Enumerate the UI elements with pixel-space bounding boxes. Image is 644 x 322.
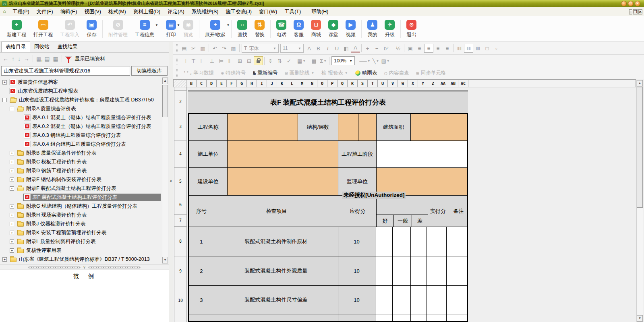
construction-unit-input-cell[interactable]	[227, 141, 338, 167]
重新编号-button[interactable]: №重新编号	[249, 70, 281, 76]
dropdown-arrow-icon[interactable]: ▼	[311, 71, 314, 75]
menu-item-11[interactable]: 工具(T)	[281, 8, 304, 16]
工程导入-button[interactable]: ↶工程导入	[56, 18, 83, 40]
merge-up-icon[interactable]: ⊥	[207, 56, 217, 65]
expander-icon[interactable]: -	[10, 107, 14, 111]
dropdown-arrow-icon[interactable]: ▼	[298, 47, 301, 50]
tree-item[interactable]: +附录H 现场实测评价打分表	[0, 211, 169, 219]
tree-item[interactable]: +附录B 质量保证条件评价打分表	[0, 149, 169, 157]
tab-表格目录[interactable]: 表格目录	[1, 41, 30, 52]
menu-item-3[interactable]: 编辑(E)	[57, 8, 81, 16]
actual-score-cell[interactable]	[427, 256, 447, 285]
building-area-input-cell[interactable]	[410, 114, 467, 140]
diagonal-icon[interactable]: ╲▼	[371, 56, 381, 65]
actual-score-cell[interactable]	[427, 227, 447, 256]
expander-icon[interactable]: +	[10, 248, 14, 253]
column-header-H[interactable]: H	[247, 79, 257, 87]
column-header-AA[interactable]: AA	[438, 79, 448, 87]
menu-item-1[interactable]: 工程(P)	[9, 8, 33, 16]
normal-score-cell[interactable]	[392, 227, 410, 256]
tree-item[interactable]: +附录D 钢筋工程评价打分表	[0, 166, 169, 175]
align-right-icon[interactable]: ≡	[433, 44, 443, 53]
dropdown-arrow-icon[interactable]: ▼	[323, 59, 327, 63]
border-icon[interactable]: ▩	[309, 56, 319, 65]
switch-template-button[interactable]: 切换模板库	[131, 66, 168, 76]
menu-item-4[interactable]: 视图(V)	[81, 8, 105, 16]
child-restore-button[interactable]: ❐	[633, 9, 638, 14]
row-spacing-icon[interactable]: ⇕	[266, 56, 275, 65]
item-no-cell[interactable]: 1	[189, 227, 214, 256]
column-header-M[interactable]: M	[297, 79, 307, 87]
copy-icon[interactable]: ▤	[180, 44, 189, 53]
column-header-E[interactable]: E	[217, 79, 227, 87]
line-style-icon[interactable]: ──▼	[358, 56, 371, 65]
expander-icon[interactable]: +	[10, 231, 14, 235]
item-no-cell[interactable]	[189, 314, 214, 321]
restore-button[interactable]: ❐	[628, 1, 634, 6]
menu-item-10[interactable]: 窗口(W)	[255, 8, 281, 16]
tree-item[interactable]: +附录C 模板工程评价打分表	[0, 157, 169, 166]
视频-button[interactable]: ▶视频	[342, 18, 359, 40]
col-spacing-icon[interactable]: ⇅	[275, 56, 284, 65]
dropdown-arrow-icon[interactable]: ▼	[302, 59, 306, 63]
expander-icon[interactable]: +	[2, 80, 7, 85]
column-header-L[interactable]: L	[287, 79, 297, 87]
附件管理-button[interactable]: ⊘附件管理	[105, 18, 131, 40]
close-button[interactable]: ✕	[635, 1, 640, 6]
dropdown-arrow-icon[interactable]: ▼	[345, 71, 348, 75]
move-left-icon[interactable]: ←	[3, 56, 8, 62]
column-header-Y[interactable]: Y	[418, 79, 428, 87]
split-cells-icon[interactable]: ⊟	[244, 56, 254, 65]
查找-button[interactable]: ○查找	[234, 18, 251, 40]
diagonal-box-icon[interactable]: ▨▼	[381, 56, 391, 65]
actual-score-cell[interactable]	[427, 286, 447, 314]
project-name-input-cell[interactable]	[227, 114, 298, 140]
normal-header[interactable]: 一般	[393, 215, 412, 227]
sheet-scroll-thumb[interactable]	[637, 87, 643, 208]
menu-item-2[interactable]: 文件(F)	[33, 8, 57, 16]
increase-icon[interactable]: +	[363, 44, 372, 53]
column-header-D[interactable]: D	[207, 79, 217, 87]
row-header-8[interactable]: 8	[174, 227, 187, 256]
redo-icon[interactable]: ↷	[219, 44, 229, 53]
toolbar-grip[interactable]	[176, 69, 178, 77]
expander-icon[interactable]: +	[10, 160, 14, 164]
menu-item-8[interactable]: 系统维护(S)	[188, 8, 222, 16]
menu-item-5[interactable]: 格式(M)	[105, 8, 130, 16]
deserved-score-header[interactable]: 应得分	[339, 196, 376, 227]
column-header-N[interactable]: N	[307, 79, 317, 87]
expander-icon[interactable]: +	[2, 257, 7, 262]
expander-icon[interactable]: +	[10, 151, 14, 155]
move-right-icon[interactable]: →	[24, 56, 29, 62]
item-score-cell[interactable]: 10	[338, 256, 375, 285]
学习数据-button[interactable]: ¹²₃学习数据	[180, 70, 217, 76]
内容自查-button[interactable]: ○内容自查	[381, 70, 412, 76]
dropdown-arrow-icon[interactable]: ▼	[226, 23, 230, 27]
construction-stage-input-cell[interactable]	[376, 141, 467, 167]
delete-form-icon[interactable]: ▦	[53, 56, 58, 62]
valign-top-icon[interactable]: ‖‖	[455, 44, 464, 53]
item-no-cell[interactable]: 3	[189, 286, 214, 314]
expander-icon[interactable]: +	[10, 213, 14, 217]
child-minimize-button[interactable]: –	[629, 9, 632, 14]
client-unit-input-cell[interactable]	[227, 168, 338, 195]
spell-check-icon[interactable]: ✓	[284, 56, 294, 65]
undo-icon[interactable]: ↶	[210, 44, 219, 53]
poor-score-cell[interactable]	[410, 256, 427, 285]
check-item-header[interactable]: 检查项目	[214, 196, 339, 227]
split-right-icon[interactable]: ⊢	[198, 56, 207, 65]
align-left-icon[interactable]: ≡	[415, 44, 424, 53]
column-header-T[interactable]: T	[368, 79, 378, 87]
item-name-cell[interactable]	[214, 314, 338, 321]
item-name-cell[interactable]: 装配式混凝土构件尺寸偏差	[214, 286, 338, 314]
tree-item[interactable]: +复核性评审用表	[0, 246, 169, 255]
tree-item[interactable]: ✕山东省优质结构工程申报表	[0, 87, 169, 95]
copy-form-icon[interactable]: ▤	[44, 56, 50, 62]
column-header-Z[interactable]: Z	[428, 79, 438, 87]
tree-item[interactable]: -附录F 装配式混凝土结构工程评价打分表	[0, 184, 169, 193]
column-header-B[interactable]: B	[186, 79, 197, 87]
row-header-4[interactable]: 4	[174, 140, 187, 168]
column-header-U[interactable]: U	[378, 79, 388, 87]
特殊符号-button[interactable]: ⊕特殊符号	[217, 70, 249, 76]
menu-item-6[interactable]: 资料上报(D)	[130, 8, 164, 16]
